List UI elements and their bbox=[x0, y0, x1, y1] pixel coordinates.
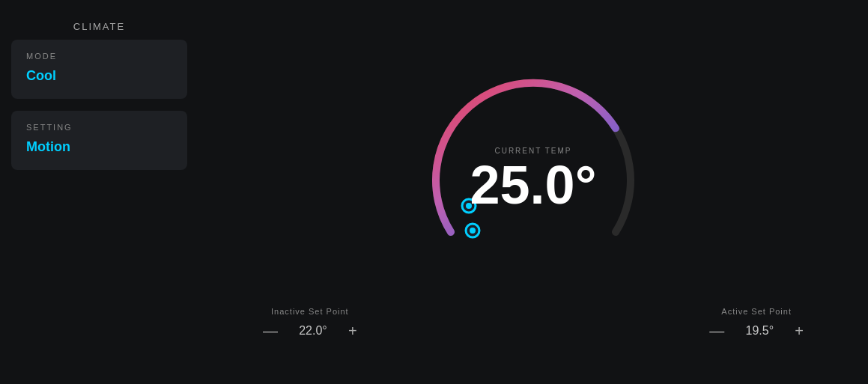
setpoints-container: Inactive Set Point — 22.0° + Active Set … bbox=[198, 307, 868, 340]
inactive-setpoint: Inactive Set Point — 22.0° + bbox=[258, 307, 362, 340]
active-setpoint-label: Active Set Point bbox=[721, 307, 792, 316]
temperature-gauge: CURRENT TEMP 25.0° bbox=[413, 60, 653, 284]
inactive-setpoint-controls: — 22.0° + bbox=[258, 322, 362, 340]
mode-label: MODE bbox=[26, 52, 172, 61]
main-content: CURRENT TEMP 25.0° Inactive Set Point — … bbox=[198, 0, 868, 384]
active-setpoint-controls: — 19.5° + bbox=[705, 322, 808, 340]
setting-label: SETTING bbox=[26, 123, 172, 132]
sidebar: CLIMATE MODE Cool SETTING Motion bbox=[0, 0, 198, 384]
inactive-increment-button[interactable]: + bbox=[344, 322, 362, 340]
active-setpoint-value: 19.5° bbox=[741, 324, 778, 338]
gauge-center: CURRENT TEMP 25.0° bbox=[470, 147, 597, 212]
active-decrement-button[interactable]: — bbox=[705, 322, 729, 340]
inactive-setpoint-value: 22.0° bbox=[294, 324, 332, 338]
mode-card[interactable]: MODE Cool bbox=[11, 40, 187, 99]
gauge-label: CURRENT TEMP bbox=[470, 147, 597, 155]
gauge-temperature: 25.0° bbox=[470, 158, 597, 212]
mode-value: Cool bbox=[26, 68, 172, 84]
setting-value: Motion bbox=[26, 139, 172, 155]
svg-point-1 bbox=[470, 228, 476, 234]
setting-card[interactable]: SETTING Motion bbox=[11, 111, 187, 170]
inactive-setpoint-label: Inactive Set Point bbox=[271, 307, 349, 316]
active-setpoint: Active Set Point — 19.5° + bbox=[705, 307, 808, 340]
inactive-decrement-button[interactable]: — bbox=[258, 322, 282, 340]
sidebar-title: CLIMATE bbox=[11, 7, 187, 40]
active-increment-button[interactable]: + bbox=[790, 322, 808, 340]
